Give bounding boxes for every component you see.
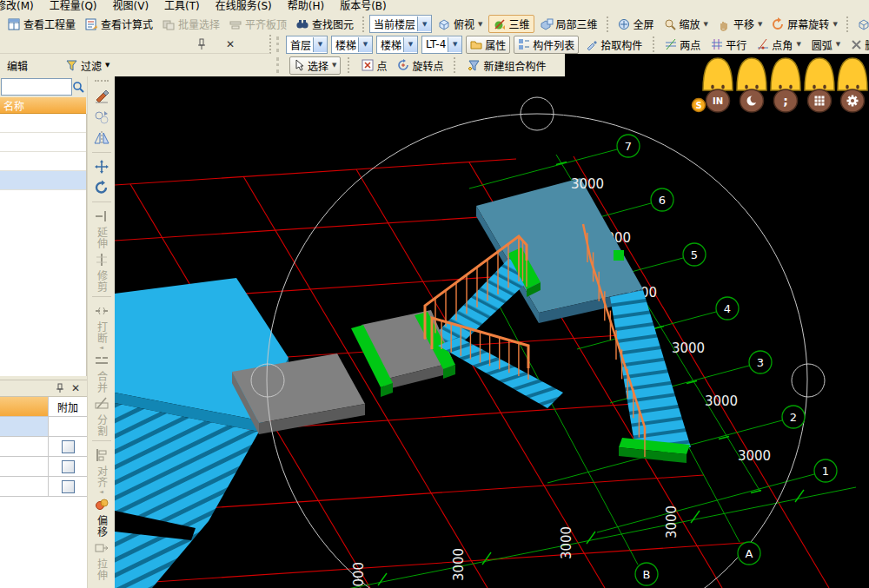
chevron-down-icon[interactable]: ▼ — [448, 37, 461, 52]
attribute-panel-titlebar: ✕ — [0, 380, 87, 397]
copy-icon[interactable] — [94, 109, 109, 125]
chevron-down-icon[interactable]: ▼ — [313, 37, 327, 52]
menu-item-online-service[interactable]: 在线服务(S) — [208, 0, 280, 13]
chevron-down-icon[interactable]: ▼ — [105, 62, 109, 69]
attach-checkbox[interactable] — [62, 460, 75, 473]
chevron-down-icon[interactable]: ▼ — [796, 41, 800, 48]
toolbar-separator — [348, 57, 351, 73]
attach-checkbox[interactable] — [62, 440, 75, 453]
mascot-icon-moon[interactable] — [737, 58, 766, 112]
pin-icon[interactable] — [56, 383, 64, 393]
menu-item-help[interactable]: 帮助(H) — [280, 0, 332, 13]
menu-item-quantity[interactable]: 工程量(Q) — [42, 0, 105, 13]
table-row[interactable] — [0, 477, 87, 497]
format-brush-icon[interactable] — [94, 89, 109, 104]
element-name-list — [0, 114, 87, 376]
menu-item-view[interactable]: 视图(V) — [105, 0, 157, 13]
mascot-icon-gear[interactable] — [838, 58, 867, 112]
view-quantity-button[interactable]: 查看工程量 — [3, 16, 79, 32]
chevron-down-icon[interactable]: ▼ — [704, 21, 708, 28]
current-floor-combo[interactable]: 当前楼层▼ — [369, 15, 432, 33]
break-tool: 打断 — [96, 321, 108, 344]
new-combined-element-button[interactable]: 新建组合构件 — [464, 57, 549, 74]
point-angle-axis-button[interactable]: 点角▼ — [753, 36, 804, 53]
axis-bubble-label: B — [643, 568, 651, 581]
point-box-icon — [362, 59, 374, 71]
local-three-d-button[interactable]: 局部三维 — [536, 16, 601, 32]
list-item[interactable] — [0, 114, 86, 133]
close-icon[interactable]: ✕ — [71, 384, 80, 393]
pan-button[interactable]: 平移▼ — [713, 16, 766, 32]
rotate-point-tool-button[interactable]: 旋转点 — [394, 57, 447, 74]
move-icon[interactable] — [94, 159, 109, 175]
properties-button[interactable]: 属性 — [466, 36, 510, 54]
wireframe-button[interactable]: 线框 — [853, 16, 869, 32]
chevron-down-icon[interactable]: ▼ — [403, 37, 417, 52]
mascot-icon-quote[interactable]: ; — [771, 58, 800, 112]
view-formula-button[interactable]: 查看计算式 — [81, 16, 156, 32]
split-icon — [94, 396, 109, 412]
floor-select-combo[interactable]: 首层▼ — [286, 36, 328, 54]
list-item-selected[interactable] — [0, 171, 86, 190]
chevron-down-icon[interactable]: ▼ — [358, 37, 372, 52]
table-row[interactable] — [0, 437, 87, 457]
menu-item-modify[interactable]: 修改(M) — [0, 0, 42, 13]
axis-bubble-label: 6 — [659, 194, 666, 207]
close-icon[interactable]: ✕ — [226, 40, 235, 49]
find-element-button[interactable]: 查找图元 — [292, 16, 357, 32]
rotate-screen-icon — [771, 17, 785, 31]
offset-tool[interactable]: 偏移 — [96, 515, 108, 538]
attach-checkbox[interactable] — [62, 480, 75, 493]
chevron-down-icon[interactable]: ▼ — [758, 21, 762, 28]
delete-aux-axis-button[interactable]: 删除辅轴 — [847, 36, 869, 53]
list-item[interactable] — [0, 133, 86, 152]
rotate-icon[interactable] — [94, 180, 109, 195]
chevron-down-icon[interactable]: ▼ — [833, 21, 837, 28]
select-tool-button[interactable]: 选择▼ — [289, 56, 341, 75]
zoom-button[interactable]: 缩放▼ — [660, 16, 712, 32]
top-view-button[interactable]: 俯视▼ — [434, 16, 486, 32]
rotate-point-icon — [397, 59, 409, 71]
pick-element-button[interactable]: 拾取构件 — [582, 36, 646, 53]
point-tool-button[interactable]: 点 — [358, 57, 390, 74]
chevron-down-icon[interactable]: ▼ — [836, 41, 840, 48]
toolbar-separator — [653, 36, 654, 52]
axis-bubble-label: 4 — [724, 302, 731, 315]
toolbar-grip — [95, 80, 109, 84]
attribute-panel: ✕ 附加 — [0, 380, 87, 588]
chevron-down-icon[interactable]: ▼ — [478, 21, 482, 28]
arc-axis-button[interactable]: 圆弧▼ — [808, 36, 844, 53]
align-icon — [94, 447, 109, 463]
pin-icon[interactable] — [196, 38, 207, 50]
element-name-combo[interactable]: LT-4▼ — [421, 36, 462, 54]
three-d-button[interactable]: 三维 — [488, 15, 534, 33]
three-d-viewport-canvas[interactable]: 30003000 — [115, 76, 869, 588]
chevron-down-icon[interactable]: ▼ — [332, 62, 336, 69]
quantity-table-icon — [7, 17, 21, 31]
mascot-icon-IN[interactable]: IN — [703, 58, 733, 112]
edit-button[interactable]: 编辑 — [7, 58, 28, 73]
chevron-down-icon[interactable]: ▼ — [417, 17, 431, 31]
type-select-combo[interactable]: 楼梯▼ — [376, 36, 418, 54]
element-list-button[interactable]: 构件列表 — [514, 36, 579, 54]
offset-icon[interactable] — [94, 497, 109, 512]
menu-item-version[interactable]: 版本号(B) — [332, 0, 395, 13]
parallel-axis-button[interactable]: 平行 — [707, 36, 750, 53]
search-input[interactable] — [1, 78, 72, 96]
screen-rotate-button[interactable]: 屏幕旋转▼ — [767, 16, 840, 32]
search-icon[interactable] — [72, 81, 84, 93]
list-item[interactable] — [0, 152, 86, 171]
coin-icon[interactable]: S — [693, 99, 706, 112]
filter-button[interactable]: 过滤 ▼ — [66, 58, 109, 73]
align-slab-icon — [229, 17, 242, 31]
mirror-icon[interactable] — [94, 130, 109, 146]
two-point-axis-button[interactable]: 两点 — [661, 36, 704, 53]
category-select-combo[interactable]: 楼梯▼ — [331, 36, 373, 54]
new-combo-icon — [468, 59, 481, 72]
menu-item-tools[interactable]: 工具(T) — [156, 0, 208, 13]
mascot-icon-grid[interactable] — [805, 58, 834, 112]
table-row[interactable] — [0, 457, 87, 477]
table-row[interactable] — [0, 417, 87, 437]
full-screen-button[interactable]: 全屏 — [614, 16, 658, 32]
svg-text:S: S — [695, 101, 701, 110]
